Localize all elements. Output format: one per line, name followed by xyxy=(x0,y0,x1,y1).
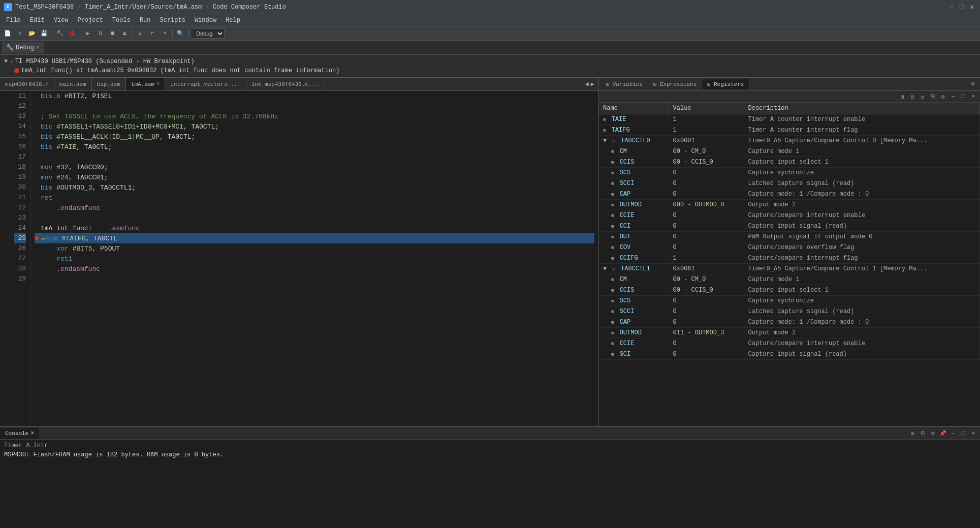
console-output: MSP430: Flash/FRAM usage is 182 bytes. R… xyxy=(4,451,976,458)
menu-run[interactable]: Run xyxy=(136,16,155,25)
editor-tab-label: tmA.asm xyxy=(131,81,154,87)
toolbar-build[interactable]: 🔨 xyxy=(54,28,66,39)
tab-variables[interactable]: ⊞ Variables xyxy=(601,79,648,89)
console-close-btn[interactable]: × xyxy=(969,429,978,438)
vars-table-body: ⊞ TAIE 1 Timer A counter interrupt enabl… xyxy=(599,114,980,360)
vars-minimize-btn[interactable]: ─ xyxy=(949,92,958,101)
console-minimize-btn[interactable]: ─ xyxy=(949,429,958,438)
console-settings-btn[interactable]: ⚙ xyxy=(928,429,937,438)
right-panel: ⊞ Variables ⊞ Expressions ⊞ Registers × … xyxy=(599,78,980,426)
expand-icon[interactable]: ▼ xyxy=(603,265,607,272)
var-value-cell: 0 xyxy=(669,306,744,317)
table-row: ⊞ SCS 0 Capture sychronize xyxy=(599,168,980,178)
menu-view[interactable]: View xyxy=(50,16,73,25)
console-pin-btn[interactable]: 📌 xyxy=(938,429,947,438)
line-num-22: 22 xyxy=(14,203,26,213)
menu-scripts[interactable]: Scripts xyxy=(155,16,189,25)
line-num-21: 21 xyxy=(14,193,26,203)
reg-icon: ⊞ xyxy=(603,117,606,122)
debug-tree-text: TI MSP430 USB1/MSP430 (Suspended - HW Br… xyxy=(15,58,195,65)
debug-tab-close[interactable]: × xyxy=(36,45,40,51)
toolbar-step-into[interactable]: ↳ xyxy=(135,28,146,39)
scroll-left-icon[interactable]: ◀ xyxy=(585,80,589,88)
title-bar-controls[interactable]: ─ □ ✕ xyxy=(947,3,976,11)
vars-collapse-all-btn[interactable]: ⊟ xyxy=(908,92,917,101)
expand-icon[interactable]: ▼ xyxy=(603,137,607,144)
close-button[interactable]: ✕ xyxy=(968,3,976,11)
app-icon: C xyxy=(4,3,12,11)
minimize-button[interactable]: ─ xyxy=(947,3,956,11)
scroll-right-icon[interactable]: ▶ xyxy=(591,80,594,88)
menu-edit[interactable]: Edit xyxy=(26,16,49,25)
menu-project[interactable]: Project xyxy=(73,16,107,25)
toolbar-save[interactable]: 💾 xyxy=(39,28,50,39)
editor-tab-msp430h[interactable]: msp430f6438.h xyxy=(0,78,54,90)
reg-icon: ⊞ xyxy=(611,235,614,240)
console-maximize-btn[interactable]: □ xyxy=(959,429,968,438)
vars-copy-btn[interactable]: ⎘ xyxy=(928,92,937,101)
var-value-cell: 0 xyxy=(669,338,744,349)
editor-tab-intvec[interactable]: interrupt_vectors.... xyxy=(165,78,246,90)
toolbar-dropdown1[interactable]: ▾ xyxy=(14,28,25,39)
expand-arrow[interactable]: ▼ xyxy=(4,58,8,65)
toolbar-step-over[interactable]: ↱ xyxy=(147,28,158,39)
toolbar-stop[interactable]: ⏹ xyxy=(107,28,118,39)
var-name-cell: ⊞ OUTMOD xyxy=(599,328,669,338)
vars-refresh-btn[interactable]: ↺ xyxy=(918,92,927,101)
var-name-cell: ⊞ CCIE xyxy=(599,210,669,221)
var-desc-cell: Timer0_A5 Capture/Compare Control 0 [Mem… xyxy=(744,136,979,146)
editor-tab-lnk[interactable]: lnk_msp430f6438.c... xyxy=(246,78,324,90)
tab-registers[interactable]: ⊞ Registers xyxy=(702,79,749,89)
editor-tab-bspasm[interactable]: bsp.asm xyxy=(92,78,126,90)
var-value-cell: 0 xyxy=(669,296,744,306)
editor-tab-mainasm[interactable]: main.asm xyxy=(54,78,92,90)
var-value-cell: 0x0001 xyxy=(669,136,744,146)
toolbar-config-dropdown[interactable]: Debug xyxy=(191,28,225,39)
title-text: Test_MSP430F6438 - Timer_A_Intr/User/Sou… xyxy=(15,4,286,11)
var-desc-cell: Capture/compare interrupt flag xyxy=(744,253,979,264)
var-desc-cell: Capture mode 1 xyxy=(744,146,979,157)
vars-panel-close-btn[interactable]: × xyxy=(971,80,975,88)
toolbar-resume[interactable]: ▶ xyxy=(82,28,93,39)
vars-close-panel-btn[interactable]: × xyxy=(969,92,978,101)
var-desc-cell: Output mode 2 xyxy=(744,328,979,338)
vars-maximize-btn[interactable]: □ xyxy=(959,92,968,101)
console-copy-btn[interactable]: ⎘ xyxy=(918,429,927,438)
var-desc-cell: Capture input signal (read) xyxy=(744,221,979,232)
tab-expressions[interactable]: ⊞ Expressions xyxy=(648,79,702,89)
editor-tab-close[interactable]: × xyxy=(156,81,160,87)
menu-window[interactable]: Window xyxy=(191,16,220,25)
line-num-17: 17 xyxy=(14,152,26,162)
reg-icon: ⊞ xyxy=(611,245,614,251)
reg-icon: ⊞ xyxy=(611,352,614,357)
console-clear-btn[interactable]: ⊡ xyxy=(908,429,917,438)
toolbar-new[interactable]: 📄 xyxy=(2,28,13,39)
editor-tab-label: bsp.asm xyxy=(97,81,120,87)
console-tab-close[interactable]: × xyxy=(30,430,34,437)
code-editor[interactable]: 11 12 13 14 15 16 17 18 19 20 21 22 23 2… xyxy=(0,91,598,426)
toolbar-search[interactable]: 🔍 xyxy=(175,28,186,39)
toolbar-disconnect[interactable]: ⏏ xyxy=(119,28,130,39)
vars-table-container[interactable]: Name Value Description ⊞ TAIE 1 xyxy=(599,103,980,426)
editor-tab-tmaasm[interactable]: tmA.asm × xyxy=(126,78,165,90)
debug-tab[interactable]: 🔧 Debug × xyxy=(2,42,44,53)
console-tab[interactable]: Console × xyxy=(0,428,39,439)
vars-table: Name Value Description ⊞ TAIE 1 xyxy=(599,103,980,360)
table-row: ▼ ⊞ TA0CCTL1 0x0061 Timer0_A5 Capture/Co… xyxy=(599,264,980,274)
toolbar-suspend[interactable]: ⏸ xyxy=(94,28,106,39)
menu-bar: File Edit View Project Tools Run Scripts… xyxy=(0,14,980,26)
toolbar-debug[interactable]: 🐞 xyxy=(67,28,78,39)
line-num-18: 18 xyxy=(14,162,26,172)
toolbar-open[interactable]: 📂 xyxy=(26,28,38,39)
maximize-button[interactable]: □ xyxy=(958,3,966,11)
vars-settings-btn[interactable]: ⚙ xyxy=(938,92,947,101)
toolbar-step-return[interactable]: ↰ xyxy=(159,28,170,39)
vars-expand-all-btn[interactable]: ⊞ xyxy=(898,92,907,101)
menu-tools[interactable]: Tools xyxy=(108,16,135,25)
menu-help[interactable]: Help xyxy=(222,16,244,25)
var-value-cell: 0 xyxy=(669,349,744,360)
line-num-29: 29 xyxy=(14,274,26,284)
menu-file[interactable]: File xyxy=(2,16,25,25)
table-row: ⊞ COV 0 Capture/compare overflow flag xyxy=(599,242,980,253)
var-desc-cell: Capture mode: 1 /Compare mode : 0 xyxy=(744,317,979,328)
